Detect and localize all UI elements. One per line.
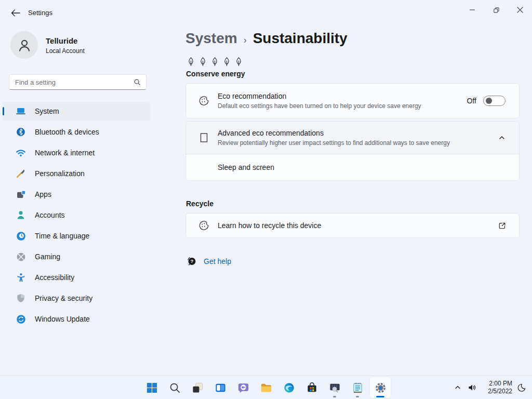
bluetooth-icon — [15, 127, 26, 137]
update-icon — [15, 314, 26, 325]
chevron-up-icon — [454, 384, 461, 391]
advanced-eco-card: Advanced eco recommendations Review pote… — [185, 121, 520, 181]
windows-start-icon — [146, 382, 158, 394]
sidebar-item-privacy-security[interactable]: Privacy & security — [3, 289, 150, 308]
restore-button[interactable] — [484, 0, 508, 20]
sidebar-item-bluetooth-devices[interactable]: Bluetooth & devices — [3, 123, 150, 141]
help-question-icon: ? — [186, 256, 197, 267]
sidebar-item-accounts[interactable]: Accounts — [3, 206, 150, 224]
person-icon — [17, 37, 32, 53]
eco-recommendation-description: Default eco settings have been turned on… — [218, 102, 467, 110]
breadcrumb-system[interactable]: System — [185, 30, 237, 47]
chevron-up-icon[interactable] — [498, 134, 506, 141]
leaf-icon — [222, 57, 232, 67]
sidebar-item-apps[interactable]: Apps — [3, 185, 150, 204]
speaker-icon — [467, 382, 477, 393]
app-title: Settings — [28, 9, 52, 17]
focus-assist-button[interactable] — [512, 377, 530, 398]
advanced-eco-header[interactable]: Advanced eco recommendations Review pote… — [186, 122, 519, 154]
toggle-state-label: Off — [467, 97, 476, 105]
clock-icon — [15, 231, 26, 242]
toggle-knob — [486, 98, 492, 104]
leaf-icon — [198, 57, 208, 67]
sidebar: Telluride Local Account System Bluetooth… — [0, 25, 156, 375]
system-monitor-app-button[interactable] — [324, 377, 345, 398]
avatar[interactable] — [10, 31, 38, 59]
user-name: Telluride — [46, 36, 77, 45]
volume-button[interactable] — [464, 377, 480, 398]
task-view-button[interactable] — [187, 377, 208, 398]
taskbar-search-button[interactable] — [164, 377, 185, 398]
account-icon — [15, 210, 26, 220]
sidebar-nav: System Bluetooth & devices Network & int… — [3, 102, 150, 330]
back-button[interactable] — [6, 5, 25, 21]
accessibility-icon — [15, 272, 26, 283]
search-icon — [134, 78, 141, 86]
titlebar: Settings — [0, 0, 532, 25]
sidebar-item-time-language[interactable]: Time & language — [3, 227, 150, 245]
breadcrumb-separator: › — [244, 35, 247, 46]
conserve-energy-label: Conserve energy — [186, 70, 245, 78]
shield-icon — [15, 293, 26, 303]
breadcrumb: System › Sustainability — [185, 30, 348, 47]
task-view-icon — [192, 382, 204, 394]
microsoft-store-icon — [306, 382, 318, 394]
start-button[interactable] — [141, 377, 162, 398]
gear-icon — [374, 381, 387, 394]
sidebar-item-accessibility[interactable]: Accessibility — [3, 268, 150, 287]
minimize-button[interactable] — [460, 0, 484, 20]
get-help-link[interactable]: ? Get help — [186, 256, 231, 267]
chat-icon — [237, 382, 249, 394]
leaf-icon — [186, 57, 196, 67]
brush-icon — [15, 168, 26, 179]
widgets-icon — [215, 382, 227, 394]
eco-recommendation-card: Eco recommendation Default eco settings … — [185, 83, 520, 118]
sidebar-item-network-internet[interactable]: Network & internet — [3, 143, 150, 162]
file-explorer-button[interactable] — [256, 377, 276, 398]
search-box[interactable] — [9, 74, 147, 90]
edge-button[interactable] — [278, 377, 299, 398]
eco-leaf-icon — [197, 220, 210, 231]
svg-text:?: ? — [191, 258, 194, 264]
sidebar-item-gaming[interactable]: Gaming — [3, 247, 150, 266]
wifi-icon — [15, 147, 26, 158]
placeholder-glyph-icon — [197, 132, 210, 143]
close-button[interactable] — [508, 0, 532, 20]
tray-time: 2:00 PM — [480, 380, 512, 388]
get-help-label: Get help — [204, 257, 231, 265]
search-input[interactable] — [9, 78, 134, 86]
microsoft-store-button[interactable] — [301, 377, 322, 398]
main-content: System › Sustainability Conserve energy … — [185, 25, 520, 375]
clock[interactable]: 2:00 PM 2/5/2022 — [480, 380, 512, 395]
sleep-and-screen-label: Sleep and screen — [218, 163, 274, 171]
notepad-icon — [352, 382, 364, 394]
search-icon — [169, 382, 181, 394]
settings-app-button[interactable] — [370, 377, 391, 398]
system-icon — [15, 105, 26, 117]
chat-button[interactable] — [233, 377, 254, 398]
sleep-and-screen-row[interactable]: Sleep and screen — [186, 154, 519, 180]
recycle-link-card[interactable]: Learn how to recycle this device — [185, 213, 520, 238]
external-link-icon — [498, 221, 507, 230]
eco-leaf-icon — [197, 96, 210, 107]
selected-indicator — [3, 107, 4, 115]
sidebar-item-personalization[interactable]: Personalization — [3, 164, 150, 183]
notepad-button[interactable] — [347, 377, 368, 398]
widgets-button[interactable] — [210, 377, 231, 398]
xbox-icon — [15, 251, 26, 262]
sidebar-item-system[interactable]: System — [3, 102, 150, 121]
back-arrow-icon — [11, 9, 20, 17]
sidebar-item-windows-update[interactable]: Windows Update — [3, 310, 150, 328]
edge-icon — [283, 382, 295, 394]
page-title: Sustainability — [253, 30, 348, 47]
moon-icon — [516, 383, 526, 393]
file-explorer-icon — [260, 382, 272, 394]
monitor-search-icon — [329, 382, 341, 394]
taskbar: 2:00 PM 2/5/2022 — [0, 375, 532, 399]
advanced-eco-description: Review potentially higher user impact se… — [218, 139, 467, 147]
recycle-section-header: Recycle — [186, 200, 214, 208]
eco-recommendation-toggle[interactable] — [483, 96, 506, 106]
conserve-energy-leaves — [186, 57, 244, 67]
tray-overflow-button[interactable] — [451, 377, 464, 398]
recycle-link-title: Learn how to recycle this device — [218, 221, 498, 230]
